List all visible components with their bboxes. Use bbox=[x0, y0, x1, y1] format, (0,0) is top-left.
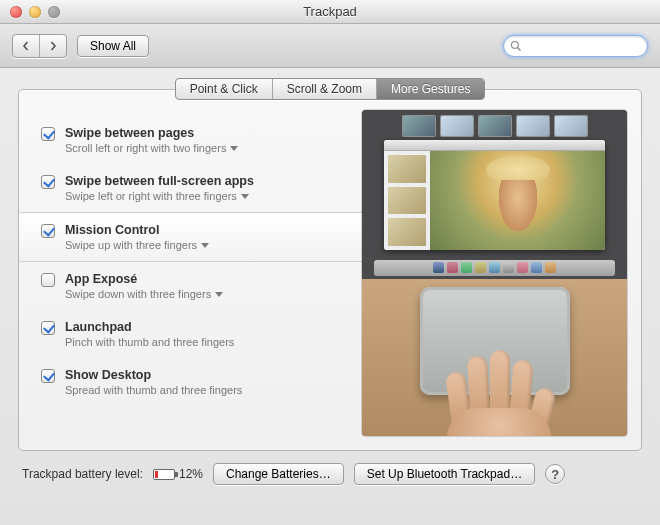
battery-indicator: 12% bbox=[153, 467, 203, 481]
traffic-lights bbox=[0, 6, 60, 18]
dropdown-triangle-icon bbox=[215, 292, 223, 297]
gesture-row[interactable]: Swipe between full-screen appsSwipe left… bbox=[41, 164, 362, 212]
gesture-row[interactable]: LaunchpadPinch with thumb and three fing… bbox=[41, 310, 362, 358]
gesture-text: Swipe between full-screen appsSwipe left… bbox=[65, 174, 254, 202]
gesture-text: Swipe between pagesScroll left or right … bbox=[65, 126, 238, 154]
battery-label: Trackpad battery level: bbox=[22, 467, 143, 481]
help-button[interactable]: ? bbox=[545, 464, 565, 484]
gesture-checkbox[interactable] bbox=[41, 369, 55, 383]
gesture-label: Launchpad bbox=[65, 320, 234, 334]
gesture-checkbox[interactable] bbox=[41, 273, 55, 287]
search-icon bbox=[510, 40, 522, 52]
footer: Trackpad battery level: 12% Change Batte… bbox=[0, 451, 660, 485]
zoom-icon[interactable] bbox=[48, 6, 60, 18]
space-thumbnail bbox=[479, 116, 511, 136]
nav-back-forward bbox=[12, 34, 67, 58]
gesture-row[interactable]: Show DesktopSpread with thumb and three … bbox=[41, 358, 362, 406]
search-field[interactable] bbox=[503, 35, 648, 57]
gesture-text: App ExposéSwipe down with three fingers bbox=[65, 272, 223, 300]
svg-point-0 bbox=[512, 41, 519, 48]
svg-line-1 bbox=[518, 47, 521, 50]
gesture-label: Swipe between full-screen apps bbox=[65, 174, 254, 188]
gesture-checkbox[interactable] bbox=[41, 224, 55, 238]
gesture-checkbox[interactable] bbox=[41, 321, 55, 335]
gesture-description: Pinch with thumb and three fingers bbox=[65, 336, 234, 348]
show-all-button[interactable]: Show All bbox=[77, 35, 149, 57]
gesture-label: App Exposé bbox=[65, 272, 223, 286]
space-thumbnail bbox=[517, 116, 549, 136]
gesture-row[interactable]: Swipe between pagesScroll left or right … bbox=[41, 116, 362, 164]
search-input[interactable] bbox=[526, 38, 641, 54]
mission-control-spaces bbox=[362, 110, 627, 140]
change-batteries-button[interactable]: Change Batteries… bbox=[213, 463, 344, 485]
space-thumbnail bbox=[555, 116, 587, 136]
preview-trackpad-area bbox=[362, 279, 627, 436]
battery-percent: 12% bbox=[179, 467, 203, 481]
preview-window-titlebar bbox=[384, 140, 605, 151]
dropdown-triangle-icon bbox=[230, 146, 238, 151]
gesture-text: LaunchpadPinch with thumb and three fing… bbox=[65, 320, 234, 348]
preview-window-photo bbox=[430, 151, 605, 250]
chevron-right-icon bbox=[48, 41, 58, 51]
gesture-description: Spread with thumb and three fingers bbox=[65, 384, 242, 396]
gesture-list: Swipe between pagesScroll left or right … bbox=[19, 110, 362, 436]
battery-icon bbox=[153, 469, 175, 480]
forward-button[interactable] bbox=[40, 35, 66, 57]
tab-point-click[interactable]: Point & Click bbox=[176, 79, 273, 99]
preview-window-sidebar bbox=[384, 151, 430, 250]
preferences-panel: Swipe between pagesScroll left or right … bbox=[18, 89, 642, 451]
gesture-preview bbox=[362, 110, 627, 436]
preview-dock bbox=[374, 260, 615, 276]
gesture-description[interactable]: Swipe down with three fingers bbox=[65, 288, 223, 300]
photo-person bbox=[488, 180, 548, 250]
preview-screen bbox=[362, 110, 627, 279]
tab-scroll-zoom[interactable]: Scroll & Zoom bbox=[273, 79, 377, 99]
chevron-left-icon bbox=[21, 41, 31, 51]
gesture-description[interactable]: Swipe left or right with three fingers bbox=[65, 190, 254, 202]
gesture-text: Show DesktopSpread with thumb and three … bbox=[65, 368, 242, 396]
gesture-checkbox[interactable] bbox=[41, 175, 55, 189]
close-icon[interactable] bbox=[10, 6, 22, 18]
back-button[interactable] bbox=[13, 35, 40, 57]
gesture-label: Mission Control bbox=[65, 223, 209, 237]
dropdown-triangle-icon bbox=[241, 194, 249, 199]
gesture-label: Show Desktop bbox=[65, 368, 242, 382]
preview-window bbox=[384, 140, 605, 250]
tab-more-gestures[interactable]: More Gestures bbox=[377, 79, 484, 99]
gesture-description[interactable]: Scroll left or right with two fingers bbox=[65, 142, 238, 154]
window-title: Trackpad bbox=[0, 4, 660, 19]
toolbar: Show All bbox=[0, 24, 660, 68]
gesture-description[interactable]: Swipe up with three fingers bbox=[65, 239, 209, 251]
gesture-tabs: Point & Click Scroll & Zoom More Gesture… bbox=[175, 78, 486, 100]
gesture-checkbox[interactable] bbox=[41, 127, 55, 141]
space-thumbnail bbox=[403, 116, 435, 136]
setup-bluetooth-button[interactable]: Set Up Bluetooth Trackpad… bbox=[354, 463, 535, 485]
gesture-row[interactable]: Mission ControlSwipe up with three finge… bbox=[19, 212, 362, 262]
window-titlebar: Trackpad bbox=[0, 0, 660, 24]
minimize-icon[interactable] bbox=[29, 6, 41, 18]
gesture-label: Swipe between pages bbox=[65, 126, 238, 140]
space-thumbnail bbox=[441, 116, 473, 136]
gesture-row[interactable]: App ExposéSwipe down with three fingers bbox=[41, 262, 362, 310]
dropdown-triangle-icon bbox=[201, 243, 209, 248]
gesture-text: Mission ControlSwipe up with three finge… bbox=[65, 223, 209, 251]
